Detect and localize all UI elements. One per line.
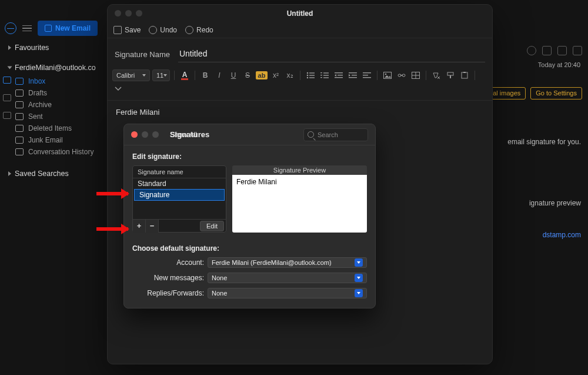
save-button[interactable]: Save: [113, 26, 141, 34]
saved-searches-label: Saved Searches: [15, 170, 69, 178]
svg-rect-19: [363, 75, 368, 75]
font-size-value: 11: [156, 72, 163, 79]
sun-icon[interactable]: [527, 46, 536, 55]
underline-button[interactable]: U: [228, 70, 239, 81]
archive-icon: [15, 101, 24, 108]
reply-all-icon[interactable]: [557, 46, 567, 55]
more-button[interactable]: [112, 84, 124, 94]
account-select[interactable]: Ferdie Milani (FerdieMilani@outlook.com): [208, 257, 367, 268]
signature-list: Signature name Standard Signature + − Ed…: [132, 165, 226, 233]
traffic-lights[interactable]: [131, 131, 159, 138]
close-dot[interactable]: [115, 10, 121, 16]
sent-icon: [15, 113, 24, 120]
favourites-label: Favourites: [15, 44, 49, 52]
svg-rect-14: [335, 77, 343, 78]
svg-rect-18: [363, 72, 371, 73]
signature-row-editing[interactable]: Signature: [134, 189, 225, 201]
font-size-select[interactable]: 11: [152, 69, 170, 81]
minimize-dot[interactable]: [125, 10, 132, 16]
choose-default-label: Choose default signature:: [132, 244, 367, 253]
indent-button[interactable]: [347, 70, 359, 81]
svg-rect-25: [400, 75, 403, 75]
strikethrough-button[interactable]: S: [242, 70, 253, 81]
svg-point-4: [307, 77, 309, 79]
save-icon: [113, 26, 122, 34]
paste-button[interactable]: [459, 70, 470, 81]
remove-signature-button[interactable]: −: [146, 220, 159, 233]
font-family-value: Calibri: [116, 72, 135, 79]
signature-row[interactable]: Standard: [133, 178, 226, 189]
numbered-list-button[interactable]: [319, 70, 330, 81]
bold-button[interactable]: B: [199, 70, 211, 81]
sidebar-item-deleted[interactable]: Deleted Items: [12, 122, 106, 134]
undo-button[interactable]: Undo: [149, 26, 177, 34]
superscript-button[interactable]: x²: [270, 70, 282, 81]
minimize-dot[interactable]: [142, 131, 148, 138]
align-button[interactable]: [361, 70, 373, 81]
go-to-settings-chip[interactable]: Go to Settings: [530, 87, 582, 99]
sidebar-item-archive[interactable]: Archive: [12, 99, 106, 111]
outdent-button[interactable]: [333, 70, 345, 81]
zoom-dot[interactable]: [152, 131, 159, 138]
annotation-arrow: [96, 192, 128, 195]
undo-icon: [149, 26, 157, 34]
picture-button[interactable]: [382, 70, 393, 81]
chevron-down-icon: [8, 67, 12, 69]
font-color-button[interactable]: A: [179, 70, 191, 81]
sidebar-item-inbox[interactable]: Inbox: [12, 75, 106, 87]
close-dot[interactable]: [131, 131, 138, 138]
link-button[interactable]: [396, 70, 407, 81]
replies-forwards-label: Replies/Forwards:: [132, 289, 208, 297]
table-button[interactable]: [410, 70, 422, 81]
search-input[interactable]: Search: [303, 128, 368, 141]
window-titlebar[interactable]: Untitled: [108, 5, 492, 22]
svg-rect-1: [309, 72, 315, 73]
inbox-icon: [15, 78, 24, 85]
account-value: Ferdie Milani (FerdieMilani@outlook.com): [212, 259, 332, 266]
forward-icon[interactable]: [573, 46, 582, 55]
traffic-lights[interactable]: [115, 10, 142, 16]
subscript-button[interactable]: x₂: [284, 70, 296, 81]
sidebar-item-drafts[interactable]: Drafts: [12, 87, 106, 99]
replies-forwards-select[interactable]: None: [208, 288, 367, 298]
edit-signature-button[interactable]: Edit: [200, 221, 224, 231]
signature-name-input[interactable]: Untitled: [178, 47, 485, 62]
history-icon: [15, 148, 24, 155]
svg-rect-6: [323, 72, 329, 73]
trash-icon: [15, 125, 24, 132]
account-section[interactable]: FerdieMilani@outlook.co: [0, 60, 106, 74]
saved-searches-section[interactable]: Saved Searches: [0, 166, 106, 180]
redo-button[interactable]: Redo: [185, 26, 213, 34]
search-icon: [308, 131, 314, 138]
menu-icon[interactable]: [22, 25, 32, 32]
bg-text-fragment: email signature for you.: [507, 138, 581, 146]
sidebar-item-conversation[interactable]: Conversation History: [12, 146, 106, 158]
clear-format-button[interactable]: [430, 70, 442, 81]
format-painter-button[interactable]: [445, 70, 456, 81]
add-signature-button[interactable]: +: [133, 220, 146, 233]
new-email-label: New Email: [55, 24, 91, 32]
sidebar-item-sent[interactable]: Sent: [12, 111, 106, 122]
reply-icon[interactable]: [542, 46, 552, 55]
new-messages-select[interactable]: None: [208, 273, 367, 283]
italic-button[interactable]: I: [213, 70, 225, 81]
svg-rect-15: [349, 72, 357, 73]
timestamp: Today at 20:40: [538, 61, 580, 68]
undo-label: Undo: [160, 26, 177, 34]
new-messages-label: New messages:: [132, 274, 208, 282]
signature-body[interactable]: Ferdie Milani: [108, 101, 492, 124]
new-email-button[interactable]: New Email: [38, 21, 98, 36]
sidebar-item-label: Archive: [28, 101, 52, 109]
svg-rect-16: [352, 75, 357, 75]
preview-header: Signature Preview: [232, 165, 367, 175]
sidebar-item-label: Junk Email: [28, 136, 63, 144]
svg-rect-31: [447, 72, 453, 75]
favourites-section[interactable]: Favourites: [0, 40, 106, 54]
sidebar-item-junk[interactable]: Junk Email: [12, 134, 106, 146]
bg-link-fragment[interactable]: dstamp.com: [543, 231, 581, 239]
highlight-button[interactable]: ab: [256, 70, 268, 81]
zoom-dot[interactable]: [136, 10, 142, 16]
font-family-select[interactable]: Calibri: [112, 69, 150, 81]
signature-preview: Signature Preview Ferdie Milani: [232, 165, 367, 233]
bulleted-list-button[interactable]: [305, 70, 316, 81]
